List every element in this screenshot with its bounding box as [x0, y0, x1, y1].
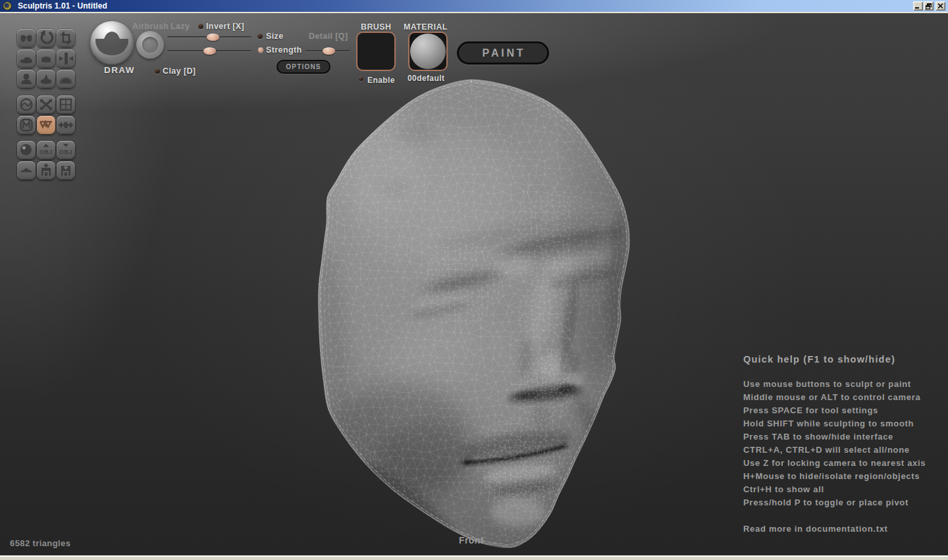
svg-text:OBJ: OBJ: [40, 149, 53, 155]
svg-text:OBJ: OBJ: [59, 149, 72, 155]
